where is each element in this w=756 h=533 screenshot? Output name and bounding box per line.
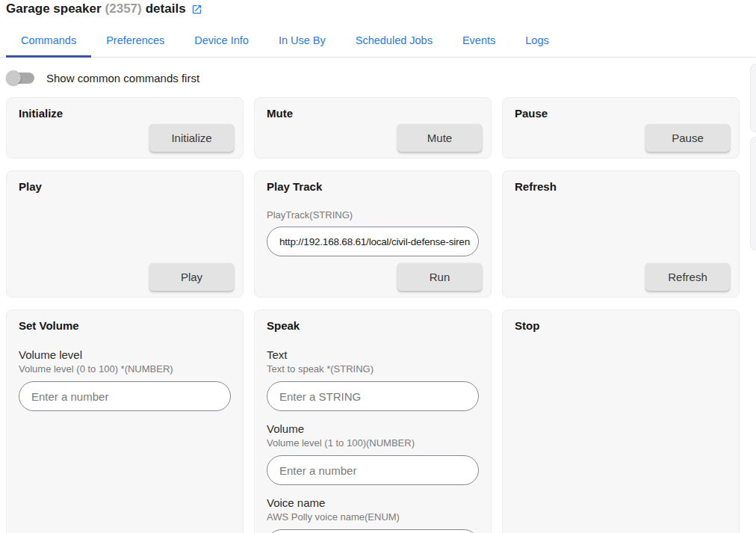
- command-card-initialize: Initialize Initialize: [6, 97, 244, 158]
- tab-preferences[interactable]: Preferences: [91, 25, 179, 57]
- tab-label: Preferences: [106, 34, 164, 46]
- tab-events[interactable]: Events: [447, 25, 510, 57]
- device-details-page: Garage speaker (2357) details Commands P…: [0, 0, 756, 533]
- field-volume: Volume Volume level (1 to 100)(NUMBER): [267, 422, 479, 485]
- field-voice-name: Voice name AWS Polly voice name(ENUM) Cl…: [267, 496, 479, 533]
- field-volume-level: Volume level Volume level (0 to 100) *(N…: [19, 348, 231, 411]
- device-name: Garage speaker: [6, 1, 102, 17]
- tab-in-use-by[interactable]: In Use By: [264, 25, 341, 57]
- command-card-speak: Speak Text Text to speak *(STRING) Volum…: [254, 309, 492, 533]
- playtrack-input[interactable]: [267, 227, 479, 256]
- command-card-play-track: Play Track PlayTrack(STRING) Run: [254, 170, 492, 298]
- speak-volume-input[interactable]: [267, 455, 479, 485]
- card-title: Speak: [267, 319, 479, 333]
- tab-logs[interactable]: Logs: [510, 25, 563, 57]
- card-title: Stop: [515, 319, 727, 333]
- tab-commands[interactable]: Commands: [6, 25, 91, 57]
- field-hint: AWS Polly voice name(ENUM): [267, 511, 479, 523]
- tab-label: Logs: [525, 34, 548, 46]
- show-common-commands-toggle[interactable]: [6, 70, 36, 85]
- toggle-label: Show common commands first: [46, 72, 199, 84]
- commands-grid: Initialize Initialize Mute Mute Pause Pa…: [6, 97, 740, 533]
- clipped-card-fragment: [750, 137, 756, 250]
- field-hint: Volume level (1 to 100)(NUMBER): [267, 437, 479, 449]
- clipped-card-fragment: [750, 64, 756, 132]
- card-title: Mute: [267, 107, 479, 120]
- toggle-row: Show common commands first: [6, 70, 199, 86]
- page-title: Garage speaker (2357) details: [6, 1, 202, 17]
- open-in-new-icon[interactable]: [191, 4, 202, 15]
- card-title: Play Track: [267, 180, 479, 194]
- tab-label: Device Info: [194, 34, 249, 46]
- field-label: Volume level: [19, 348, 231, 362]
- card-title: Pause: [515, 107, 727, 120]
- card-title: Set Volume: [19, 319, 231, 333]
- field-label: Volume: [267, 422, 479, 436]
- field-hint: PlayTrack(STRING): [267, 209, 479, 221]
- mute-button[interactable]: Mute: [397, 124, 482, 152]
- card-title: Play: [19, 180, 231, 194]
- volume-level-input[interactable]: [19, 381, 231, 411]
- command-card-stop: Stop: [502, 309, 740, 533]
- run-button[interactable]: Run: [397, 263, 482, 291]
- command-card-refresh: Refresh Refresh: [502, 170, 740, 298]
- device-id: (2357): [105, 1, 142, 17]
- tab-label: Commands: [21, 34, 76, 46]
- tab-label: Scheduled Jobs: [356, 34, 433, 46]
- initialize-button[interactable]: Initialize: [149, 124, 234, 152]
- command-card-pause: Pause Pause: [502, 97, 740, 158]
- refresh-button[interactable]: Refresh: [645, 263, 730, 291]
- tab-scheduled-jobs[interactable]: Scheduled Jobs: [341, 25, 447, 57]
- command-card-mute: Mute Mute: [254, 97, 492, 158]
- speak-text-input[interactable]: [267, 381, 479, 411]
- tab-bar: Commands Preferences Device Info In Use …: [0, 25, 756, 58]
- tab-device-info[interactable]: Device Info: [179, 25, 264, 57]
- field-label: Text: [267, 348, 479, 362]
- field-label: Voice name: [267, 496, 479, 510]
- play-button[interactable]: Play: [149, 263, 234, 291]
- command-card-play: Play Play: [6, 170, 244, 298]
- pause-button[interactable]: Pause: [645, 124, 730, 152]
- field-hint: Text to speak *(STRING): [267, 363, 479, 375]
- toggle-thumb: [6, 70, 21, 85]
- active-tab-indicator: [6, 55, 91, 58]
- card-title: Initialize: [19, 107, 231, 120]
- command-card-set-volume: Set Volume Volume level Volume level (0 …: [6, 309, 244, 533]
- details-label: details: [146, 1, 186, 17]
- field-text: Text Text to speak *(STRING): [267, 348, 479, 411]
- card-title: Refresh: [515, 180, 727, 194]
- field-hint: Volume level (0 to 100) *(NUMBER): [19, 363, 231, 375]
- voice-name-select[interactable]: Click to set: [267, 529, 479, 533]
- tab-label: In Use By: [279, 34, 326, 46]
- tab-label: Events: [462, 34, 495, 46]
